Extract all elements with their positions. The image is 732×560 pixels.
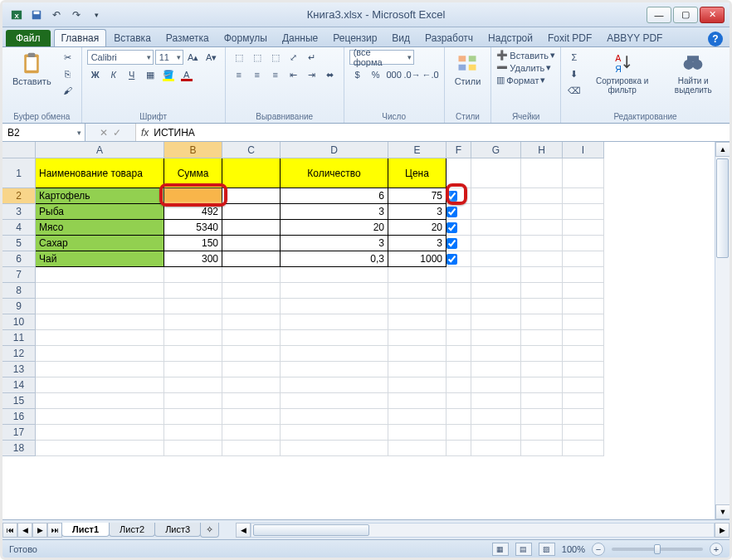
insert-cells-button[interactable]: ➕Вставить ▾: [496, 50, 555, 61]
cell-A12[interactable]: [36, 346, 164, 362]
cell-D6[interactable]: 0,3: [281, 251, 388, 267]
find-select-button[interactable]: Найти и выделить: [661, 50, 725, 96]
cell-B2[interactable]: [164, 188, 222, 204]
currency-icon[interactable]: $: [349, 67, 366, 82]
help-icon[interactable]: ?: [708, 32, 723, 46]
vscroll-thumb[interactable]: [716, 158, 729, 258]
cell-D5[interactable]: 3: [281, 236, 388, 251]
row-header-16[interactable]: 16: [2, 409, 36, 425]
row-header-6[interactable]: 6: [2, 251, 36, 267]
cell-I12[interactable]: [563, 346, 604, 362]
row-header-10[interactable]: 10: [2, 314, 36, 330]
cell-G14[interactable]: [471, 377, 521, 393]
cell-E6[interactable]: 1000: [388, 251, 447, 267]
cell-B4[interactable]: 5340: [164, 220, 222, 236]
font-name-combo[interactable]: Calibri: [87, 50, 154, 65]
tab-view[interactable]: Вид: [384, 29, 417, 46]
wrap-text-icon[interactable]: ↵: [304, 50, 320, 65]
cell-E9[interactable]: [388, 299, 447, 314]
checkbox-row-4[interactable]: [447, 222, 457, 233]
normal-view-icon[interactable]: ▦: [492, 543, 509, 556]
format-painter-icon[interactable]: 🖌: [60, 83, 76, 98]
cell-C7[interactable]: [222, 267, 281, 283]
vertical-scrollbar[interactable]: ▲ ▼: [715, 142, 730, 519]
cell-A7[interactable]: [36, 267, 164, 283]
col-header-C[interactable]: C: [222, 142, 281, 158]
col-header-G[interactable]: G: [471, 142, 521, 158]
scroll-right-icon[interactable]: ▶: [715, 523, 730, 538]
cell-I3[interactable]: [563, 204, 604, 220]
decrease-decimal-icon[interactable]: ←.0: [422, 67, 439, 82]
cell-E16[interactable]: [388, 409, 447, 425]
cell-H17[interactable]: [521, 425, 563, 441]
cell-G3[interactable]: [471, 204, 521, 220]
cell-E1[interactable]: Цена: [388, 158, 447, 188]
cell-D8[interactable]: [281, 283, 388, 299]
cell-E10[interactable]: [388, 314, 447, 330]
close-button[interactable]: ✕: [700, 7, 725, 23]
cell-A14[interactable]: [36, 377, 164, 393]
cell-G17[interactable]: [471, 425, 521, 441]
cell-H16[interactable]: [521, 409, 563, 425]
cell-F6[interactable]: [447, 251, 471, 267]
cell-D12[interactable]: [281, 346, 388, 362]
formula-cancel-icon[interactable]: ✕: [100, 127, 108, 139]
cell-A3[interactable]: Рыба: [36, 204, 164, 220]
cell-C4[interactable]: [222, 220, 281, 236]
underline-icon[interactable]: Ч: [124, 67, 140, 82]
cell-D14[interactable]: [281, 377, 388, 393]
cell-H5[interactable]: [521, 236, 563, 251]
col-header-A[interactable]: A: [36, 142, 164, 158]
cell-H11[interactable]: [521, 330, 563, 346]
cell-C2[interactable]: [222, 188, 281, 204]
col-header-B[interactable]: B: [164, 142, 222, 158]
border-icon[interactable]: ▦: [142, 67, 159, 82]
cell-B9[interactable]: [164, 299, 222, 314]
tab-formulas[interactable]: Формулы: [217, 29, 275, 46]
delete-cells-button[interactable]: ➖Удалить ▾: [496, 62, 551, 73]
cell-E13[interactable]: [388, 362, 447, 377]
align-center-icon[interactable]: ≡: [249, 67, 266, 82]
row-header-7[interactable]: 7: [2, 267, 36, 283]
cell-E15[interactable]: [388, 393, 447, 409]
indent-decrease-icon[interactable]: ⇤: [285, 67, 302, 82]
cell-G12[interactable]: [471, 346, 521, 362]
row-header-9[interactable]: 9: [2, 299, 36, 314]
cell-D17[interactable]: [281, 425, 388, 441]
cell-F8[interactable]: [447, 283, 471, 299]
cell-D9[interactable]: [281, 299, 388, 314]
cell-C11[interactable]: [222, 330, 281, 346]
zoom-out-icon[interactable]: −: [592, 543, 605, 556]
cell-F15[interactable]: [447, 393, 471, 409]
font-color-icon[interactable]: A: [178, 67, 195, 82]
scroll-up-icon[interactable]: ▲: [715, 142, 730, 157]
cell-G4[interactable]: [471, 220, 521, 236]
cell-I15[interactable]: [563, 393, 604, 409]
cell-G6[interactable]: [471, 251, 521, 267]
sheet-tab-2[interactable]: Лист2: [109, 523, 155, 537]
align-top-icon[interactable]: ⬚: [231, 50, 247, 65]
cell-H13[interactable]: [521, 362, 563, 377]
cell-G8[interactable]: [471, 283, 521, 299]
bold-icon[interactable]: Ж: [87, 67, 104, 82]
cell-I16[interactable]: [563, 409, 604, 425]
row-header-15[interactable]: 15: [2, 393, 36, 409]
cell-D18[interactable]: [281, 441, 388, 456]
italic-icon[interactable]: К: [105, 67, 122, 82]
cell-I4[interactable]: [563, 220, 604, 236]
cell-G5[interactable]: [471, 236, 521, 251]
cell-D3[interactable]: 3: [281, 204, 388, 220]
cell-F3[interactable]: [447, 204, 471, 220]
new-sheet-icon[interactable]: ✧: [200, 523, 219, 538]
tab-addins[interactable]: Надстрой: [481, 29, 540, 46]
clear-icon[interactable]: ⌫: [566, 83, 583, 98]
cell-C6[interactable]: [222, 251, 281, 267]
cell-D10[interactable]: [281, 314, 388, 330]
cell-G13[interactable]: [471, 362, 521, 377]
cell-H2[interactable]: [521, 188, 563, 204]
cell-G10[interactable]: [471, 314, 521, 330]
cell-B6[interactable]: 300: [164, 251, 222, 267]
cell-G11[interactable]: [471, 330, 521, 346]
cell-E8[interactable]: [388, 283, 447, 299]
formula-enter-icon[interactable]: ✓: [113, 127, 121, 139]
